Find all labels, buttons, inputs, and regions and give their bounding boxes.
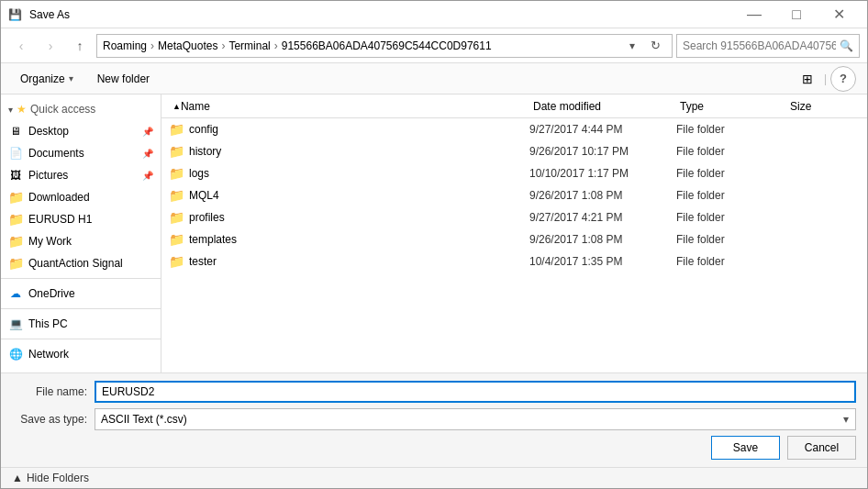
table-row[interactable]: 📁 tester 10/4/2017 1:35 PM File folder	[161, 250, 867, 272]
folder-icon: 📁	[169, 188, 184, 203]
sidebar-item-downloaded[interactable]: 📁 Downloaded	[1, 186, 161, 208]
file-date: 10/10/2017 1:17 PM	[529, 167, 676, 180]
sidebar-item-desktop[interactable]: 🖥 Desktop 📌	[1, 120, 161, 142]
folder-icon: 📁	[169, 254, 184, 269]
filename-row: File name:	[12, 381, 856, 403]
window-title: Save As	[29, 8, 70, 21]
table-row[interactable]: 📁 history 9/26/2017 10:17 PM File folder	[161, 140, 867, 162]
col-type-label: Type	[680, 100, 704, 113]
downloaded-label: Downloaded	[28, 191, 153, 204]
table-row[interactable]: 📁 logs 10/10/2017 1:17 PM File folder	[161, 162, 867, 184]
sidebar-item-thispc[interactable]: 💻 This PC	[1, 313, 161, 335]
eurusd-label: EURUSD H1	[28, 213, 153, 226]
address-part-metaquotes: MetaQuotes	[158, 39, 217, 52]
file-name: templates	[189, 233, 529, 246]
save-label: Save	[733, 441, 758, 454]
pictures-icon: 🖼	[8, 168, 23, 183]
title-bar-controls: — □ ✕	[733, 1, 860, 28]
sidebar-item-pictures[interactable]: 🖼 Pictures 📌	[1, 164, 161, 186]
folder-icon: 📁	[169, 232, 184, 247]
sidebar-item-documents[interactable]: 📄 Documents 📌	[1, 142, 161, 164]
address-part-roaming: Roaming	[103, 39, 147, 52]
address-part-guid: 915566BA06ADA407569C544CC0D97611	[282, 39, 492, 52]
column-header-name[interactable]: ▲ Name	[169, 100, 529, 113]
onedrive-label: OneDrive	[28, 287, 153, 300]
address-dropdown-arrow[interactable]: ▾	[624, 34, 640, 58]
folder-icon: 📁	[169, 210, 184, 225]
sidebar: ▾ ★ Quick access 🖥 Desktop 📌 📄 Documents…	[1, 94, 161, 372]
close-button[interactable]: ✕	[818, 1, 860, 28]
file-rows-container: 📁 config 9/27/2017 4:44 PM File folder 📁…	[161, 118, 867, 272]
quick-access-label: Quick access	[30, 103, 95, 116]
organize-button[interactable]: Organize ▾	[12, 67, 82, 91]
column-header-type[interactable]: Type	[676, 100, 786, 113]
filename-input[interactable]	[95, 381, 856, 403]
folder-icon: 📁	[169, 166, 184, 181]
sidebar-item-mywork[interactable]: 📁 My Work	[1, 230, 161, 252]
search-input[interactable]	[683, 39, 836, 52]
new-folder-button[interactable]: New folder	[89, 67, 158, 91]
sidebar-divider-2	[1, 308, 161, 309]
new-folder-label: New folder	[97, 72, 150, 85]
cancel-button[interactable]: Cancel	[787, 436, 856, 460]
view-button[interactable]: ⊞	[795, 67, 820, 91]
col-date-label: Date modified	[533, 100, 601, 113]
maximize-button[interactable]: □	[775, 1, 818, 28]
refresh-button[interactable]: ↻	[644, 35, 666, 57]
file-name: config	[189, 123, 529, 136]
network-icon: 🌐	[8, 347, 23, 361]
savetype-row: Save as type: ASCII Text (*.csv)	[12, 408, 856, 430]
back-button[interactable]: ‹	[8, 34, 34, 58]
quick-access-arrow-icon: ▾	[8, 105, 13, 115]
sidebar-item-quantaction[interactable]: 📁 QuantAction Signal	[1, 252, 161, 274]
documents-label: Documents	[28, 147, 137, 160]
thispc-icon: 💻	[8, 317, 23, 331]
collapse-section[interactable]: ▲ Hide Folders	[1, 467, 867, 488]
table-row[interactable]: 📁 profiles 9/27/2017 4:21 PM File folder	[161, 206, 867, 228]
secondary-toolbar: Organize ▾ New folder ⊞ | ?	[1, 63, 867, 94]
file-type: File folder	[676, 233, 786, 246]
quick-access-header[interactable]: ▾ ★ Quick access	[1, 98, 161, 120]
table-row[interactable]: 📁 MQL4 9/26/2017 1:08 PM File folder	[161, 184, 867, 206]
folder-icon: 📁	[169, 144, 184, 159]
sort-arrow-icon: ▲	[172, 102, 181, 111]
bottom-bar: File name: Save as type: ASCII Text (*.c…	[1, 372, 867, 467]
savetype-select[interactable]: ASCII Text (*.csv)	[95, 408, 856, 430]
sidebar-divider-3	[1, 339, 161, 339]
minimize-button[interactable]: —	[733, 1, 775, 28]
file-date: 9/26/2017 1:08 PM	[529, 189, 676, 202]
savetype-label: Save as type:	[12, 413, 95, 426]
help-button[interactable]: ?	[830, 66, 856, 92]
desktop-label: Desktop	[28, 125, 137, 138]
up-button[interactable]: ↑	[67, 34, 93, 58]
savetype-select-wrapper: ASCII Text (*.csv)	[95, 408, 856, 430]
file-list-header: ▲ Name Date modified Type Size	[161, 94, 867, 118]
forward-button[interactable]: ›	[38, 34, 63, 58]
address-bar[interactable]: Roaming › MetaQuotes › Terminal › 915566…	[96, 34, 673, 58]
file-type: File folder	[676, 167, 786, 180]
folder-icon: 📁	[169, 122, 184, 137]
documents-pin-icon: 📌	[142, 149, 153, 159]
table-row[interactable]: 📁 templates 9/26/2017 1:08 PM File folde…	[161, 228, 867, 250]
file-type: File folder	[676, 189, 786, 202]
column-header-size[interactable]: Size	[786, 100, 860, 113]
window-icon: 💾	[8, 8, 22, 21]
file-name: profiles	[189, 211, 529, 224]
column-header-date[interactable]: Date modified	[529, 100, 676, 113]
table-row[interactable]: 📁 config 9/27/2017 4:44 PM File folder	[161, 118, 867, 140]
sidebar-item-onedrive[interactable]: ☁ OneDrive	[1, 283, 161, 305]
file-type: File folder	[676, 255, 786, 268]
sidebar-item-network[interactable]: 🌐 Network	[1, 343, 161, 365]
file-name: MQL4	[189, 189, 529, 202]
save-button[interactable]: Save	[711, 436, 780, 460]
quantaction-label: QuantAction Signal	[28, 257, 153, 270]
file-name: tester	[189, 255, 529, 268]
mywork-icon: 📁	[8, 234, 23, 249]
sidebar-item-eurusd[interactable]: 📁 EURUSD H1	[1, 208, 161, 230]
search-icon: 🔍	[840, 39, 853, 52]
file-list: ▲ Name Date modified Type Size 📁 config …	[161, 94, 867, 372]
filename-label: File name:	[12, 385, 95, 398]
address-parts: Roaming › MetaQuotes › Terminal › 915566…	[103, 39, 620, 52]
file-date: 10/4/2017 1:35 PM	[529, 255, 676, 268]
pictures-label: Pictures	[28, 169, 137, 182]
